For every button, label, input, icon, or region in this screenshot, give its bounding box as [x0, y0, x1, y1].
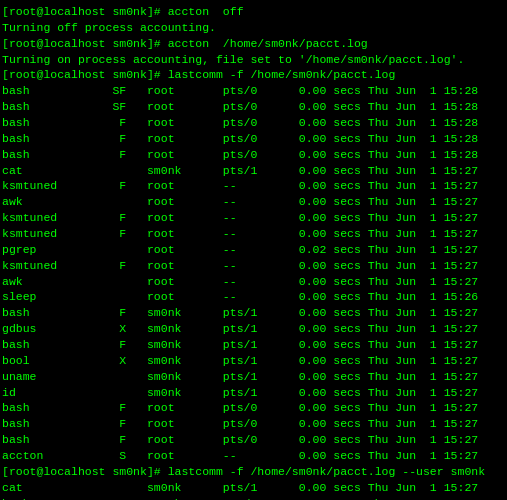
terminal-line: sleep root -- 0.00 secs Thu Jun 1 15:26	[2, 289, 505, 305]
terminal-line: awk root -- 0.00 secs Thu Jun 1 15:27	[2, 274, 505, 290]
terminal-line: Turning off process accounting.	[2, 20, 505, 36]
terminal-line: bool X sm0nk pts/1 0.00 secs Thu Jun 1 1…	[2, 353, 505, 369]
terminal-line: [root@localhost sm0nk]# accton off	[2, 4, 505, 20]
terminal-line: bash F root pts/0 0.00 secs Thu Jun 1 15…	[2, 416, 505, 432]
terminal-line: ksmtuned F root -- 0.00 secs Thu Jun 1 1…	[2, 178, 505, 194]
terminal-line: bash F root pts/0 0.00 secs Thu Jun 1 15…	[2, 432, 505, 448]
terminal-line: uname sm0nk pts/1 0.00 secs Thu Jun 1 15…	[2, 369, 505, 385]
terminal-line: bash SF root pts/0 0.00 secs Thu Jun 1 1…	[2, 83, 505, 99]
terminal-line: bash F root pts/0 0.00 secs Thu Jun 1 15…	[2, 131, 505, 147]
terminal-line: ksmtuned F root -- 0.00 secs Thu Jun 1 1…	[2, 210, 505, 226]
terminal-line: cat sm0nk pts/1 0.00 secs Thu Jun 1 15:2…	[2, 163, 505, 179]
terminal-line: bash F root pts/0 0.00 secs Thu Jun 1 15…	[2, 400, 505, 416]
terminal-line: [root@localhost sm0nk]# lastcomm -f /hom…	[2, 67, 505, 83]
terminal-line: bash F sm0nk pts/1 0.00 secs Thu Jun 1 1…	[2, 496, 505, 500]
terminal-line: ksmtuned F root -- 0.00 secs Thu Jun 1 1…	[2, 258, 505, 274]
terminal-line: [root@localhost sm0nk]# lastcomm -f /hom…	[2, 464, 505, 480]
terminal-output: [root@localhost sm0nk]# accton offTurnin…	[2, 4, 505, 500]
terminal-line: awk root -- 0.00 secs Thu Jun 1 15:27	[2, 194, 505, 210]
terminal-line: bash F root pts/0 0.00 secs Thu Jun 1 15…	[2, 115, 505, 131]
terminal-line: ksmtuned F root -- 0.00 secs Thu Jun 1 1…	[2, 226, 505, 242]
terminal-line: id sm0nk pts/1 0.00 secs Thu Jun 1 15:27	[2, 385, 505, 401]
terminal-line: bash F sm0nk pts/1 0.00 secs Thu Jun 1 1…	[2, 305, 505, 321]
terminal-line: [root@localhost sm0nk]# accton /home/sm0…	[2, 36, 505, 52]
terminal-line: bash F root pts/0 0.00 secs Thu Jun 1 15…	[2, 147, 505, 163]
terminal-line: bash F sm0nk pts/1 0.00 secs Thu Jun 1 1…	[2, 337, 505, 353]
terminal-line: bash SF root pts/0 0.00 secs Thu Jun 1 1…	[2, 99, 505, 115]
terminal-line: cat sm0nk pts/1 0.00 secs Thu Jun 1 15:2…	[2, 480, 505, 496]
terminal-line: Turning on process accounting, file set …	[2, 52, 505, 68]
terminal-line: pgrep root -- 0.02 secs Thu Jun 1 15:27	[2, 242, 505, 258]
terminal-line: accton S root -- 0.00 secs Thu Jun 1 15:…	[2, 448, 505, 464]
terminal-line: gdbus X sm0nk pts/1 0.00 secs Thu Jun 1 …	[2, 321, 505, 337]
